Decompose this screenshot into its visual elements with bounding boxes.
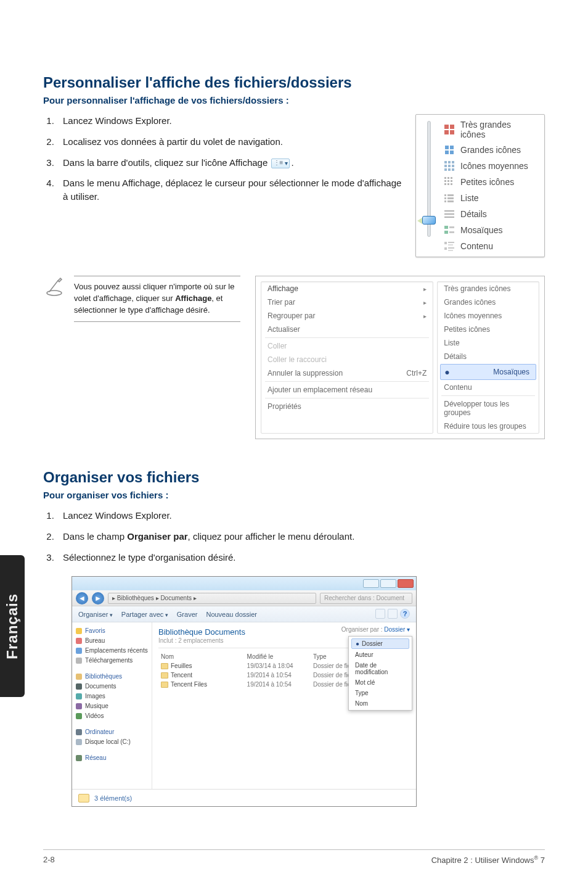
page-footer: 2-8 Chapitre 2 : Utiliser Windows® 7 [43,849,545,865]
sidebar-item[interactable]: Documents [85,683,116,690]
ctx-ajouter[interactable]: Ajouter un emplacement réseau [261,383,433,397]
dropdown-item[interactable]: Mot clé [349,677,412,688]
view-item-lg[interactable]: Grandes icônes [439,142,542,158]
tb-partager[interactable]: Partager avec [121,611,168,618]
view-item-mosaic[interactable]: Mosaïques [439,222,542,238]
dropdown-item[interactable]: Nom [349,698,412,709]
svg-rect-7 [450,151,454,154]
dropdown-item[interactable]: ●Dossier [351,638,409,649]
slider-thumb[interactable] [422,216,436,225]
view-icon[interactable] [375,609,385,619]
svg-rect-29 [447,197,454,199]
sidebar-item[interactable]: Images [85,693,105,699]
sidebar-item[interactable]: Musique [85,703,108,709]
svg-rect-30 [444,200,446,202]
tb-nouveau[interactable]: Nouveau dossier [206,611,257,618]
view-item-label: Très grandes icônes [460,120,538,139]
address-bar[interactable]: ▸ Bibliothèques ▸ Documents ▸ [108,593,316,604]
square-icon [76,638,82,644]
context-menu-left: Affichage▸ Trier par▸ Regrouper par▸ Act… [261,281,433,434]
svg-rect-25 [451,183,452,185]
svg-rect-13 [452,165,454,167]
organize-by[interactable]: Organiser par : Dossier ▾ [341,626,410,633]
view-item-sm[interactable]: Petites icônes [439,174,542,190]
sidebar-item[interactable]: Emplacements récents [85,647,148,654]
ctx-trier[interactable]: Trier par▸ [261,295,433,309]
ctxr-mosaiques[interactable]: ●Mosaïques [440,364,536,380]
search-input[interactable]: Rechercher dans : Document [320,593,412,604]
forward-button[interactable]: ► [92,592,104,604]
window-titlebar [72,577,416,590]
ctxr-item[interactable]: Détails [438,350,539,363]
svg-rect-26 [444,194,446,196]
context-menu-right: Très grandes icônes Grandes icônes Icône… [437,281,539,434]
dropdown-item[interactable]: Type [349,688,412,698]
tb-graver[interactable]: Graver [177,611,198,618]
svg-rect-20 [444,180,446,182]
view-item-xl[interactable]: Très grandes icônes [439,117,542,142]
star-icon [76,628,82,634]
row-name[interactable]: Tencent Files [158,680,245,689]
section2-steps: Lancez Windows Explorer. Dans le champ O… [43,509,545,564]
tb-organiser[interactable]: Organiser [78,611,113,618]
view-item-md[interactable]: Icônes moyennes [439,158,542,174]
ctxr-item[interactable]: Petites icônes [438,323,539,336]
sidebar-item[interactable]: Favoris [85,627,105,634]
sidebar-item[interactable]: Vidéos [85,712,104,719]
ctx-regrouper[interactable]: Regrouper par▸ [261,309,433,323]
dropdown-item[interactable]: Date de modification [349,660,412,677]
svg-rect-41 [448,244,453,245]
view-item-list[interactable]: Liste [439,190,542,206]
ctx-proprietes[interactable]: Propriétés [261,400,433,413]
ctx-affichage[interactable]: Affichage▸ [261,282,433,295]
square-icon [76,729,82,735]
view-item-content[interactable]: Contenu [439,238,542,254]
svg-rect-3 [450,130,454,134]
svg-rect-28 [444,197,446,199]
close-button[interactable] [398,579,414,588]
min-button[interactable] [363,579,379,588]
sidebar-item[interactable]: Téléchargements [85,657,133,664]
dropdown-item[interactable]: Auteur [349,650,412,660]
sidebar-item[interactable]: Réseau [85,754,106,761]
ctxr-item[interactable]: Développer tous les groupes [438,397,539,419]
svg-rect-8 [444,161,447,163]
row-date: 19/03/14 à 18:04 [245,661,311,670]
sidebar-item[interactable]: Ordinateur [85,728,114,735]
pen-icon [43,276,65,298]
ctxr-item[interactable]: Liste [438,336,539,350]
preview-icon[interactable] [388,609,398,619]
help-icon[interactable]: ? [400,609,410,619]
row-name[interactable]: Tencent [158,670,245,680]
col-date[interactable]: Modifié le [245,652,311,661]
sidebar-item[interactable]: Bureau [85,637,105,644]
svg-rect-5 [450,146,454,149]
ctxr-item[interactable]: Réduire tous les groupes [438,419,539,433]
ctxr-item[interactable]: Contenu [438,381,539,394]
explorer-window: ◄ ► ▸ Bibliothèques ▸ Documents ▸ Recher… [71,576,417,807]
square-icon [76,683,82,690]
svg-rect-31 [447,200,454,202]
ctxr-item[interactable]: Très grandes icônes [438,282,539,295]
col-name[interactable]: Nom [158,652,245,661]
view-slider[interactable] [419,117,439,254]
square-icon [76,739,82,745]
row-name[interactable]: Feuilles [158,661,245,670]
ctx-actualiser[interactable]: Actualiser [261,323,433,336]
sidebar-item[interactable]: Disque local (C:) [85,738,131,745]
square-icon [76,658,82,664]
sidebar: Favoris Bureau Emplacements récents Télé… [72,622,152,789]
max-button[interactable] [380,579,396,588]
ctxr-item[interactable]: Grandes icônes [438,295,539,309]
svg-point-45 [47,291,62,295]
ctxr-item[interactable]: Icônes moyennes [438,309,539,323]
svg-rect-0 [444,125,449,129]
s2-step-3: Sélectionnez le type d'organisation dési… [57,551,545,564]
ctx-annuler[interactable]: Annuler la suppressionCtrl+Z [261,366,433,380]
view-item-label: Détails [460,209,487,219]
square-icon [76,755,82,761]
view-item-details[interactable]: Détails [439,206,542,222]
back-button[interactable]: ◄ [76,592,88,604]
svg-rect-9 [448,161,451,163]
sidebar-item[interactable]: Bibliothèques [85,673,122,680]
